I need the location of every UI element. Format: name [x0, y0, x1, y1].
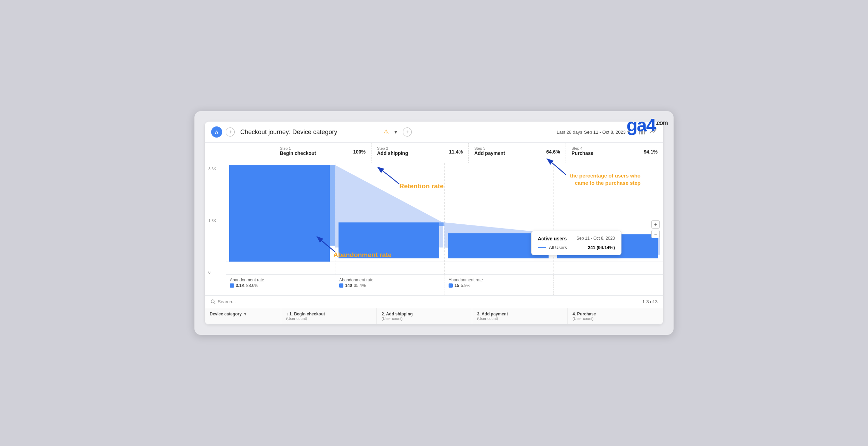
table-header-col4-sub: (User count)	[477, 316, 562, 321]
abandon-pct-1: 88.6%	[246, 283, 258, 288]
zoom-out-button[interactable]: −	[651, 230, 660, 238]
step-pct-4: 94.1%	[644, 149, 658, 155]
zoom-in-button[interactable]: +	[651, 220, 660, 229]
search-icon	[210, 299, 216, 304]
tooltip-header: Active users Sep 11 - Oct 8, 2023	[538, 236, 615, 241]
blue-square-2	[339, 283, 343, 288]
date-value: Sep 11 - Oct 8, 2023	[584, 130, 626, 135]
tooltip-value: 241 (94.14%)	[588, 245, 615, 250]
table-header-dropdown-icon[interactable]: ▾	[244, 312, 246, 316]
svg-marker-10	[439, 222, 444, 226]
table-section: 1-3 of 3 Device category ▾ ↓ 1. Begin ch…	[205, 295, 663, 324]
table-header-col3-label: 2. Add shipping	[382, 312, 467, 316]
table-pagination: 1-3 of 3	[642, 299, 658, 304]
tooltip-row: All Users 241 (94.14%)	[538, 245, 615, 250]
abandon-num-2: 140	[345, 283, 352, 288]
avatar-button[interactable]: A	[211, 126, 222, 138]
abandon-pct-2: 35.4%	[354, 283, 366, 288]
table-header-col2-label: ↓ 1. Begin checkout	[286, 312, 372, 316]
abandon-val-1: 3.1K 88.6%	[230, 283, 331, 288]
tooltip-title: Active users	[538, 236, 567, 241]
y-axis-label-top: 3.6K	[208, 167, 223, 171]
abandon-val-3: 15 5.9%	[449, 283, 549, 288]
logo-suffix: .com	[656, 119, 667, 126]
chart-container: 3.6K 1.8K 0	[205, 163, 663, 295]
table-header-begin-checkout[interactable]: ↓ 1. Begin checkout (User count)	[281, 308, 377, 324]
svg-rect-9	[339, 222, 439, 258]
header: A + Checkout journey: Device category ⚠ …	[205, 122, 663, 143]
svg-line-18	[214, 303, 215, 304]
table-header-row: Device category ▾ ↓ 1. Begin checkout (U…	[205, 308, 663, 324]
ga4-logo: ga4.com	[626, 116, 667, 134]
step-col-3: Step 3 Add payment 64.6%	[469, 143, 566, 163]
date-range: Last 28 days Sep 11 - Oct 8, 2023 ▾	[557, 130, 630, 135]
step-col-1: Step 1 Begin checkout 100%	[274, 143, 372, 163]
tooltip-date: Sep 11 - Oct 8, 2023	[576, 236, 615, 241]
table-header-col3-sub: (User count)	[382, 316, 467, 321]
abandon-title-1: Abandonment rate	[230, 278, 331, 282]
header-add-button[interactable]: +	[403, 127, 412, 137]
funnel-area: Step 1 Begin checkout 100% Step 2 Add sh…	[205, 143, 663, 295]
step-pct-2: 11.4%	[449, 149, 463, 155]
abandon-title-2: Abandonment rate	[339, 278, 440, 282]
step-label-1: Step 1	[280, 146, 366, 150]
table-header-col5-sub: (User count)	[573, 316, 658, 321]
step-pct-1: 100%	[353, 149, 366, 155]
table-header-col4-label: 3. Add payment	[477, 312, 562, 316]
y-axis-label-bot: 0	[208, 270, 223, 274]
date-label: Last 28 days	[557, 130, 582, 135]
add-tab-button[interactable]: +	[226, 127, 235, 137]
blue-square-3	[449, 283, 453, 288]
abandon-cell-2: Abandonment rate 140 35.4%	[335, 275, 444, 295]
funnel-chart-svg	[226, 163, 663, 274]
outer-container: ga4.com A + Checkout journey: Device cat…	[194, 111, 674, 335]
blue-square-1	[230, 283, 234, 288]
abandon-cell-1: Abandonment rate 3.1K 88.6%	[226, 275, 335, 295]
step-col-2: Step 2 Add shipping 11.4%	[372, 143, 469, 163]
abandon-pct-3: 5.9%	[461, 283, 470, 288]
svg-rect-6	[229, 165, 330, 262]
zoom-controls: + −	[651, 220, 660, 238]
page-title: Checkout journey: Device category	[240, 129, 378, 136]
steps-header: Step 1 Begin checkout 100% Step 2 Add sh…	[205, 143, 663, 163]
abandon-cell-4	[554, 275, 663, 295]
table-header-col2-sub: (User count)	[286, 316, 372, 321]
abandon-num-3: 15	[454, 283, 459, 288]
abandon-num-1: 3.1K	[236, 283, 244, 288]
search-input-wrap	[210, 299, 287, 304]
tooltip-label: All Users	[549, 245, 585, 250]
tooltip-line-icon	[538, 247, 546, 248]
table-search-row: 1-3 of 3	[205, 296, 663, 308]
abandon-cell-3: Abandonment rate 15 5.9%	[444, 275, 554, 295]
table-header-device-category[interactable]: Device category ▾	[205, 308, 281, 324]
table-header-add-payment[interactable]: 3. Add payment (User count)	[472, 308, 568, 324]
tooltip-box: Active users Sep 11 - Oct 8, 2023 All Us…	[531, 231, 621, 255]
svg-marker-7	[330, 165, 335, 246]
step-name-1: Begin checkout	[280, 150, 366, 156]
search-input[interactable]	[218, 299, 287, 304]
y-axis-label-mid: 1.8K	[208, 218, 223, 223]
step-pct-3: 64.6%	[546, 149, 560, 155]
table-header-purchase[interactable]: 4. Purchase (User count)	[568, 308, 663, 324]
abandon-title-3: Abandonment rate	[449, 278, 549, 282]
abandon-val-2: 140 35.4%	[339, 283, 440, 288]
warning-icon: ⚠	[383, 128, 389, 136]
title-dropdown-button[interactable]: ▾	[392, 128, 399, 136]
inner-card: A + Checkout journey: Device category ⚠ …	[205, 122, 663, 324]
logo-text: ga4	[626, 115, 656, 135]
table-header-col5-label: 4. Purchase	[573, 312, 658, 316]
y-axis: 3.6K 1.8K 0	[205, 163, 226, 274]
step-col-4: Step 4 Purchase 94.1%	[566, 143, 663, 163]
table-header-add-shipping[interactable]: 2. Add shipping (User count)	[377, 308, 472, 324]
abandonment-row: Abandonment rate 3.1K 88.6% Abandonment …	[226, 274, 663, 295]
table-header-device-label: Device category	[210, 312, 242, 316]
